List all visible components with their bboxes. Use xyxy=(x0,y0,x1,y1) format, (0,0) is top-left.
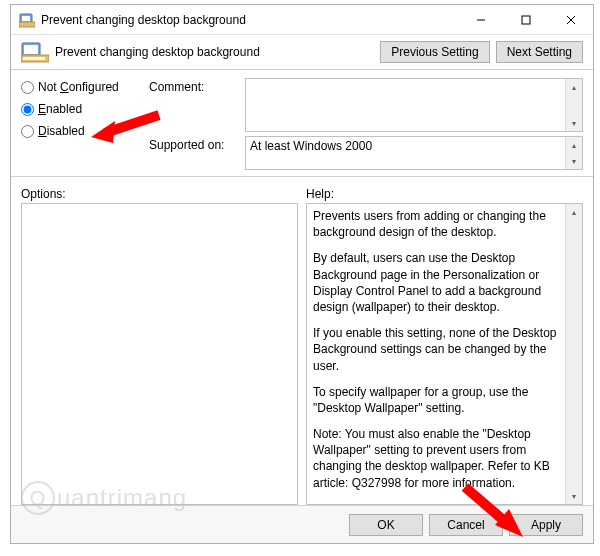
supported-textbox: At least Windows 2000 ▴ ▾ xyxy=(245,136,583,170)
supported-label: Supported on: xyxy=(149,136,239,152)
help-text: Prevents users from adding or changing t… xyxy=(307,204,565,504)
divider xyxy=(11,69,593,70)
options-label: Options: xyxy=(21,187,298,201)
nav-buttons: Previous Setting Next Setting xyxy=(380,41,583,63)
gpedit-policy-window: Prevent changing desktop background xyxy=(10,4,594,544)
radio-not-configured-input[interactable] xyxy=(21,81,34,94)
help-pane-column: Help: Prevents users from adding or chan… xyxy=(306,187,583,505)
divider xyxy=(11,176,593,177)
maximize-button[interactable] xyxy=(503,5,548,34)
previous-setting-button[interactable]: Previous Setting xyxy=(380,41,489,63)
radio-disabled-input[interactable] xyxy=(21,125,34,138)
supported-row: Supported on: At least Windows 2000 ▴ ▾ xyxy=(149,136,583,170)
cancel-button[interactable]: Cancel xyxy=(429,514,503,536)
policy-icon xyxy=(21,41,49,63)
titlebar: Prevent changing desktop background xyxy=(11,5,593,35)
config-area: Not Configured Enabled Disabled Comment: xyxy=(11,76,593,174)
policy-header-row: Prevent changing desktop background Prev… xyxy=(11,35,593,67)
radio-disabled-label: Disabled xyxy=(38,124,85,138)
scroll-down-icon[interactable]: ▾ xyxy=(566,488,582,504)
policy-name-label: Prevent changing desktop background xyxy=(55,45,380,59)
radio-not-configured[interactable]: Not Configured xyxy=(21,80,141,94)
comment-textbox[interactable]: ▴ ▾ xyxy=(245,78,583,132)
scroll-down-icon[interactable]: ▾ xyxy=(566,115,582,131)
options-pane-column: Options: xyxy=(21,187,298,505)
radio-enabled-label: Enabled xyxy=(38,102,82,116)
scroll-up-icon[interactable]: ▴ xyxy=(566,204,582,220)
scroll-down-icon[interactable]: ▾ xyxy=(566,153,582,169)
scroll-up-icon[interactable]: ▴ xyxy=(566,79,582,95)
radio-enabled-input[interactable] xyxy=(21,103,34,116)
radio-not-configured-label: Not Configured xyxy=(38,80,119,94)
supported-scrollbar[interactable]: ▴ ▾ xyxy=(565,137,582,169)
panes-area: Options: Help: Prevents users from addin… xyxy=(11,183,593,505)
window-controls xyxy=(458,5,593,34)
svg-rect-4 xyxy=(522,16,530,24)
help-paragraph: Also, see the "Allow only bitmapped wall… xyxy=(313,501,559,504)
help-paragraph: If you enable this setting, none of the … xyxy=(313,325,559,374)
help-paragraph: By default, users can use the Desktop Ba… xyxy=(313,250,559,315)
help-label: Help: xyxy=(306,187,583,201)
comment-row: Comment: ▴ ▾ xyxy=(149,78,583,132)
svg-rect-10 xyxy=(23,57,45,60)
comment-label: Comment: xyxy=(149,78,239,94)
comment-scrollbar[interactable]: ▴ ▾ xyxy=(565,79,582,131)
ok-button[interactable]: OK xyxy=(349,514,423,536)
svg-rect-2 xyxy=(19,22,35,27)
svg-rect-8 xyxy=(24,45,38,54)
minimize-button[interactable] xyxy=(458,5,503,34)
next-setting-button[interactable]: Next Setting xyxy=(496,41,583,63)
help-paragraph: Note: You must also enable the "Desktop … xyxy=(313,426,559,491)
help-paragraph: Prevents users from adding or changing t… xyxy=(313,208,559,240)
help-pane: Prevents users from adding or changing t… xyxy=(306,203,583,505)
radio-disabled[interactable]: Disabled xyxy=(21,124,141,138)
radio-enabled[interactable]: Enabled xyxy=(21,102,141,116)
state-radio-group: Not Configured Enabled Disabled xyxy=(21,78,141,170)
close-button[interactable] xyxy=(548,5,593,34)
apply-button[interactable]: Apply xyxy=(509,514,583,536)
client-area: Prevent changing desktop background Prev… xyxy=(11,35,593,543)
dialog-buttons: OK Cancel Apply xyxy=(11,505,593,543)
policy-window-icon xyxy=(19,12,35,28)
options-pane xyxy=(21,203,298,505)
svg-rect-1 xyxy=(22,16,30,21)
help-scrollbar[interactable]: ▴ ▾ xyxy=(565,204,582,504)
comment-value xyxy=(246,79,582,131)
comment-supported-column: Comment: ▴ ▾ Supported on: At least Wind… xyxy=(149,78,583,170)
scroll-up-icon[interactable]: ▴ xyxy=(566,137,582,153)
window-title: Prevent changing desktop background xyxy=(41,13,458,27)
supported-value: At least Windows 2000 xyxy=(246,137,582,169)
help-paragraph: To specify wallpaper for a group, use th… xyxy=(313,384,559,416)
